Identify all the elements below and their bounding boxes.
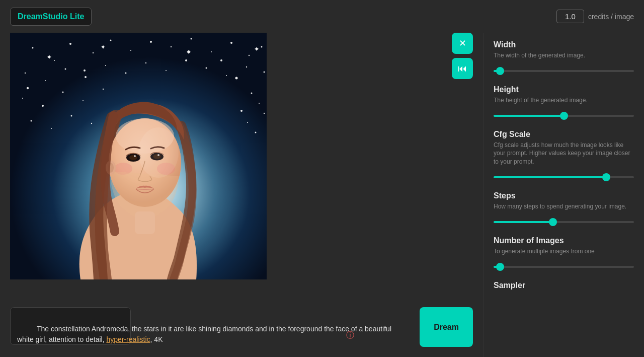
svg-point-10 <box>191 38 192 40</box>
svg-point-40 <box>91 123 92 124</box>
svg-point-46 <box>220 59 222 61</box>
svg-point-13 <box>249 55 250 56</box>
svg-point-68 <box>134 155 136 157</box>
svg-point-12 <box>230 42 232 44</box>
svg-point-8 <box>150 41 152 43</box>
height-slider[interactable] <box>494 115 634 117</box>
svg-point-38 <box>51 128 52 129</box>
svg-point-31 <box>83 100 84 101</box>
svg-point-3 <box>54 60 55 61</box>
cfg-scale-desc: Cfg scale adjusts how much the image loo… <box>494 141 634 166</box>
svg-point-50 <box>235 77 238 80</box>
svg-point-27 <box>264 72 265 73</box>
prompt-suffix: , 4K <box>150 335 163 343</box>
svg-point-42 <box>255 132 257 133</box>
svg-point-41 <box>247 122 248 123</box>
height-desc: The height of the generated image. <box>494 96 634 105</box>
svg-point-66 <box>129 155 137 160</box>
svg-point-17 <box>65 68 66 70</box>
header: DreamStudio Lite 1.0 credits / image <box>0 0 644 33</box>
svg-point-20 <box>125 73 127 74</box>
cfg-scale-section: Cfg Scale Cfg scale adjusts how much the… <box>494 130 634 180</box>
svg-point-28 <box>22 98 23 99</box>
right-panel: Width The width of the generated image. … <box>483 33 644 357</box>
svg-point-5 <box>93 52 94 53</box>
height-title: Height <box>494 85 634 94</box>
svg-point-30 <box>62 92 64 93</box>
svg-point-34 <box>259 103 260 104</box>
svg-point-11 <box>211 51 212 52</box>
width-desc: The width of the generated image. <box>494 51 634 60</box>
steps-section: Steps How many steps to spend generating… <box>494 191 634 225</box>
num-images-section: Number of Images To generate multiple im… <box>494 236 634 270</box>
sampler-title: Sampler <box>494 281 634 290</box>
width-section: Width The width of the generated image. <box>494 40 634 74</box>
logo-button[interactable]: DreamStudio Lite <box>10 8 92 26</box>
credits-area: 1.0 credits / image <box>556 10 634 23</box>
sampler-section: Sampler <box>494 281 634 290</box>
svg-point-16 <box>45 80 46 81</box>
rewind-icon: ⏮ <box>458 63 467 74</box>
steps-slider[interactable] <box>494 221 634 223</box>
svg-point-18 <box>85 76 87 78</box>
svg-point-9 <box>171 46 172 47</box>
dream-button[interactable]: Dream <box>420 307 473 347</box>
svg-point-39 <box>71 115 72 117</box>
action-buttons: ✕ ⏮ <box>452 33 473 79</box>
svg-point-36 <box>264 113 265 114</box>
width-title: Width <box>494 40 634 49</box>
credits-value: 1.0 <box>556 10 584 23</box>
svg-point-14 <box>261 46 263 48</box>
canvas-area: ✕ ⏮ <span class="prompt-text-display" da… <box>0 33 483 357</box>
prompt-input[interactable]: <span class="prompt-text-display" data-n… <box>10 307 131 345</box>
num-images-title: Number of Images <box>494 236 634 245</box>
svg-point-32 <box>103 89 104 90</box>
credits-label: credits / image <box>588 13 634 21</box>
close-button[interactable]: ✕ <box>452 33 473 54</box>
width-slider[interactable] <box>494 70 634 72</box>
generated-image <box>10 33 267 279</box>
svg-point-33 <box>251 93 253 94</box>
close-icon: ✕ <box>459 38 466 49</box>
num-images-slider[interactable] <box>494 266 634 268</box>
cfg-scale-title: Cfg Scale <box>494 130 634 139</box>
svg-point-15 <box>25 73 26 74</box>
svg-point-49 <box>84 69 86 72</box>
svg-point-22 <box>166 70 167 71</box>
svg-point-4 <box>69 43 71 45</box>
svg-rect-70 <box>135 211 155 234</box>
rewind-button[interactable]: ⏮ <box>452 58 473 79</box>
height-section: Height The height of the generated image… <box>494 85 634 119</box>
steps-desc: How many steps to spend generating your … <box>494 202 634 211</box>
svg-point-29 <box>42 105 44 107</box>
num-images-desc: To generate multiple images from one <box>494 247 634 256</box>
svg-point-37 <box>31 120 32 122</box>
svg-point-73 <box>138 127 179 178</box>
main-layout: ✕ ⏮ <span class="prompt-text-display" da… <box>0 33 644 357</box>
svg-point-25 <box>226 75 227 76</box>
svg-point-48 <box>27 87 29 89</box>
prompt-area: <span class="prompt-text-display" data-n… <box>10 307 473 347</box>
svg-point-6 <box>110 40 112 41</box>
image-container: ✕ ⏮ <box>10 33 473 302</box>
svg-point-23 <box>185 59 187 61</box>
steps-title: Steps <box>494 191 634 200</box>
svg-point-21 <box>145 62 146 63</box>
svg-point-19 <box>105 65 106 66</box>
svg-point-26 <box>246 66 247 67</box>
svg-point-7 <box>130 50 131 51</box>
svg-point-35 <box>240 110 243 112</box>
svg-point-2 <box>32 47 34 49</box>
warning-badge: ⓘ <box>346 330 354 341</box>
svg-point-24 <box>206 67 207 69</box>
cfg-scale-slider[interactable] <box>494 176 634 178</box>
